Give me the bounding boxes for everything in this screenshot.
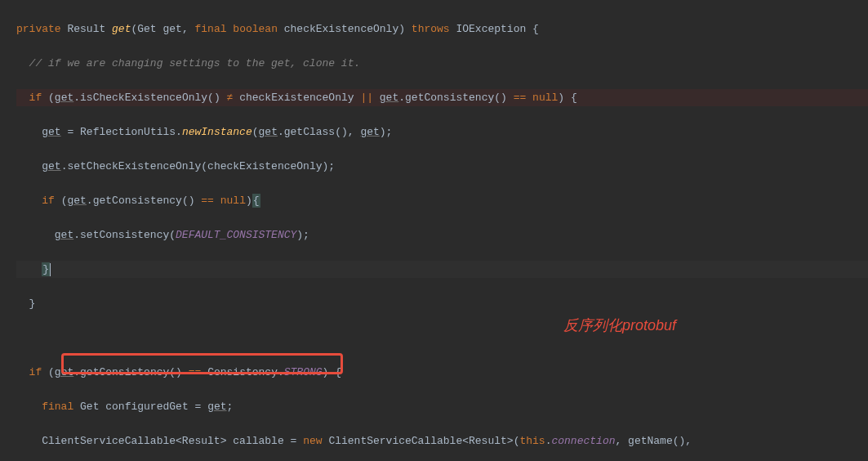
code-line: ClientServiceCallable<Result> callable =… xyxy=(16,432,868,450)
text-caret xyxy=(50,263,51,276)
code-line: get.setCheckExistenceOnly(checkExistence… xyxy=(16,158,868,175)
code-line: if (get.getConsistency() == Consistency.… xyxy=(16,364,868,381)
code-line: } xyxy=(16,295,868,312)
code-line: get = ReflectionUtils.newInstance(get.ge… xyxy=(16,123,868,141)
code-line: get.setConsistency(DEFAULT_CONSISTENCY); xyxy=(16,226,868,244)
code-line: if (get.getConsistency() == null){ xyxy=(16,192,868,209)
code-line xyxy=(16,329,868,347)
code-line: private Result get(Get get, final boolea… xyxy=(16,20,868,38)
code-line: // if we are changing settings to the ge… xyxy=(16,55,868,72)
code-line: if (get.isCheckExistenceOnly() ≠ checkEx… xyxy=(16,89,868,106)
code-line: final Get configuredGet = get; xyxy=(16,398,868,415)
code-editor[interactable]: private Result get(Get get, final boolea… xyxy=(0,0,868,461)
code-line-caret: } xyxy=(16,261,868,278)
